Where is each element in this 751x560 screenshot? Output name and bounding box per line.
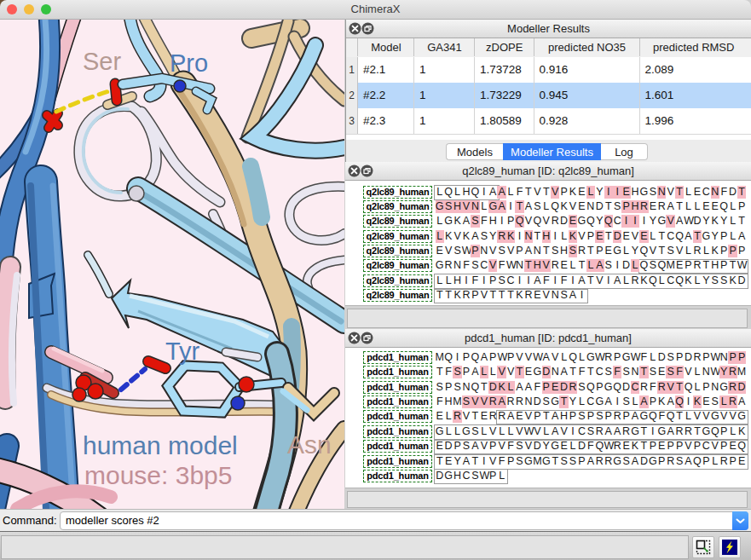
svg-text:Pro: Pro: [170, 49, 208, 77]
svg-text:human model: human model: [83, 431, 238, 459]
svg-text:Tyr: Tyr: [165, 338, 200, 365]
svg-text:Asn: Asn: [287, 430, 332, 459]
svg-text:Ser: Ser: [83, 48, 121, 75]
svg-text:mouse: 3bp5: mouse: 3bp5: [84, 461, 232, 489]
